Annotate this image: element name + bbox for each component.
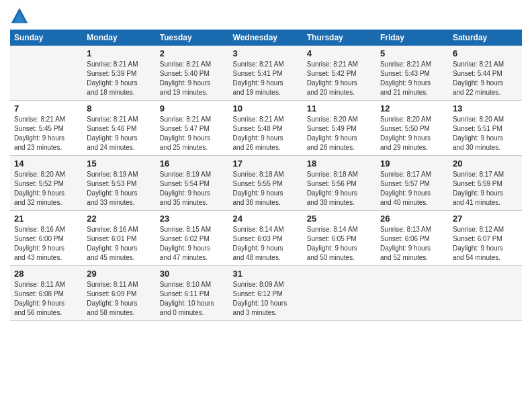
logo [10,7,32,26]
day-info: Sunrise: 8:21 AM Sunset: 5:48 PM Dayligh… [233,115,299,152]
calendar-cell: 16Sunrise: 8:19 AM Sunset: 5:54 PM Dayli… [156,156,229,211]
week-row-2: 7Sunrise: 8:21 AM Sunset: 5:45 PM Daylig… [10,101,522,156]
day-number: 15 [87,158,152,169]
calendar-cell: 22Sunrise: 8:16 AM Sunset: 6:01 PM Dayli… [83,211,156,266]
day-info: Sunrise: 8:21 AM Sunset: 5:40 PM Dayligh… [160,60,225,97]
calendar-header-row: SundayMondayTuesdayWednesdayThursdayFrid… [10,30,522,46]
day-info: Sunrise: 8:17 AM Sunset: 5:57 PM Dayligh… [380,170,445,208]
calendar-cell [376,266,449,321]
week-row-3: 14Sunrise: 8:20 AM Sunset: 5:52 PM Dayli… [10,156,522,211]
day-number: 16 [160,158,225,169]
day-header-tuesday: Tuesday [156,30,229,46]
day-info: Sunrise: 8:20 AM Sunset: 5:52 PM Dayligh… [14,170,79,208]
header [10,7,522,26]
calendar-cell: 13Sunrise: 8:20 AM Sunset: 5:51 PM Dayli… [449,101,522,156]
day-header-saturday: Saturday [449,30,522,46]
calendar-cell: 19Sunrise: 8:17 AM Sunset: 5:57 PM Dayli… [376,156,449,211]
day-info: Sunrise: 8:21 AM Sunset: 5:45 PM Dayligh… [14,115,79,152]
day-number: 11 [307,103,372,113]
day-header-monday: Monday [83,30,156,46]
day-number: 20 [453,158,518,169]
day-number: 27 [453,214,518,224]
day-number: 22 [87,214,152,224]
day-info: Sunrise: 8:19 AM Sunset: 5:53 PM Dayligh… [87,170,152,208]
day-info: Sunrise: 8:20 AM Sunset: 5:49 PM Dayligh… [307,115,372,152]
calendar-cell: 27Sunrise: 8:12 AM Sunset: 6:07 PM Dayli… [449,211,522,266]
day-info: Sunrise: 8:21 AM Sunset: 5:42 PM Dayligh… [307,60,372,97]
calendar-cell: 28Sunrise: 8:11 AM Sunset: 6:08 PM Dayli… [10,266,83,321]
day-number: 21 [14,214,79,224]
calendar-cell: 3Sunrise: 8:21 AM Sunset: 5:41 PM Daylig… [229,46,303,101]
day-info: Sunrise: 8:21 AM Sunset: 5:44 PM Dayligh… [453,60,518,97]
day-number: 25 [307,214,372,224]
calendar-cell: 11Sunrise: 8:20 AM Sunset: 5:49 PM Dayli… [303,101,376,156]
day-info: Sunrise: 8:21 AM Sunset: 5:39 PM Dayligh… [87,60,152,97]
week-row-4: 21Sunrise: 8:16 AM Sunset: 6:00 PM Dayli… [10,211,522,266]
day-info: Sunrise: 8:14 AM Sunset: 6:03 PM Dayligh… [233,225,299,263]
day-number: 6 [453,48,518,58]
day-info: Sunrise: 8:13 AM Sunset: 6:06 PM Dayligh… [380,225,445,263]
day-number: 4 [307,48,372,58]
day-info: Sunrise: 8:12 AM Sunset: 6:07 PM Dayligh… [453,225,518,263]
day-number: 5 [380,48,445,58]
day-info: Sunrise: 8:11 AM Sunset: 6:09 PM Dayligh… [87,280,152,318]
calendar-cell: 1Sunrise: 8:21 AM Sunset: 5:39 PM Daylig… [83,46,156,101]
day-info: Sunrise: 8:15 AM Sunset: 6:02 PM Dayligh… [160,225,225,263]
day-info: Sunrise: 8:18 AM Sunset: 5:56 PM Dayligh… [307,170,372,208]
day-number: 1 [87,48,152,58]
calendar-cell [303,266,376,321]
calendar-cell: 8Sunrise: 8:21 AM Sunset: 5:46 PM Daylig… [83,101,156,156]
calendar-cell: 26Sunrise: 8:13 AM Sunset: 6:06 PM Dayli… [376,211,449,266]
day-info: Sunrise: 8:10 AM Sunset: 6:11 PM Dayligh… [160,280,225,318]
calendar-cell: 7Sunrise: 8:21 AM Sunset: 5:45 PM Daylig… [10,101,83,156]
day-info: Sunrise: 8:21 AM Sunset: 5:41 PM Dayligh… [233,60,299,97]
calendar-cell: 20Sunrise: 8:17 AM Sunset: 5:59 PM Dayli… [449,156,522,211]
calendar-cell [449,266,522,321]
day-number: 14 [14,158,79,169]
day-number: 9 [160,103,225,113]
day-number: 2 [160,48,225,58]
day-info: Sunrise: 8:11 AM Sunset: 6:08 PM Dayligh… [14,280,79,318]
day-info: Sunrise: 8:16 AM Sunset: 6:00 PM Dayligh… [14,225,79,263]
calendar-cell: 4Sunrise: 8:21 AM Sunset: 5:42 PM Daylig… [303,46,376,101]
calendar-cell: 15Sunrise: 8:19 AM Sunset: 5:53 PM Dayli… [83,156,156,211]
calendar-cell: 21Sunrise: 8:16 AM Sunset: 6:00 PM Dayli… [10,211,83,266]
day-number: 31 [233,269,299,279]
week-row-1: 1Sunrise: 8:21 AM Sunset: 5:39 PM Daylig… [10,46,522,101]
day-header-sunday: Sunday [10,30,83,46]
day-number: 12 [380,103,445,113]
calendar-cell [10,46,83,101]
calendar-cell: 6Sunrise: 8:21 AM Sunset: 5:44 PM Daylig… [449,46,522,101]
day-number: 19 [380,158,445,169]
day-header-wednesday: Wednesday [229,30,303,46]
day-number: 26 [380,214,445,224]
page-container: SundayMondayTuesdayWednesdayThursdayFrid… [0,0,532,328]
day-number: 13 [453,103,518,113]
calendar-cell: 5Sunrise: 8:21 AM Sunset: 5:43 PM Daylig… [376,46,449,101]
day-header-thursday: Thursday [303,30,376,46]
day-info: Sunrise: 8:18 AM Sunset: 5:55 PM Dayligh… [233,170,299,208]
calendar-table: SundayMondayTuesdayWednesdayThursdayFrid… [10,30,522,321]
calendar-cell: 9Sunrise: 8:21 AM Sunset: 5:47 PM Daylig… [156,101,229,156]
calendar-cell: 2Sunrise: 8:21 AM Sunset: 5:40 PM Daylig… [156,46,229,101]
day-number: 23 [160,214,225,224]
calendar-cell: 29Sunrise: 8:11 AM Sunset: 6:09 PM Dayli… [83,266,156,321]
day-number: 8 [87,103,152,113]
day-info: Sunrise: 8:21 AM Sunset: 5:43 PM Dayligh… [380,60,445,97]
day-number: 28 [14,269,79,279]
calendar-cell: 30Sunrise: 8:10 AM Sunset: 6:11 PM Dayli… [156,266,229,321]
day-info: Sunrise: 8:21 AM Sunset: 5:47 PM Dayligh… [160,115,225,152]
day-info: Sunrise: 8:20 AM Sunset: 5:51 PM Dayligh… [453,115,518,152]
day-number: 17 [233,158,299,169]
day-info: Sunrise: 8:21 AM Sunset: 5:46 PM Dayligh… [87,115,152,152]
calendar-cell: 10Sunrise: 8:21 AM Sunset: 5:48 PM Dayli… [229,101,303,156]
calendar-cell: 23Sunrise: 8:15 AM Sunset: 6:02 PM Dayli… [156,211,229,266]
day-info: Sunrise: 8:19 AM Sunset: 5:54 PM Dayligh… [160,170,225,208]
calendar-cell: 24Sunrise: 8:14 AM Sunset: 6:03 PM Dayli… [229,211,303,266]
day-number: 7 [14,103,79,113]
logo-icon [10,7,29,26]
day-number: 18 [307,158,372,169]
week-row-5: 28Sunrise: 8:11 AM Sunset: 6:08 PM Dayli… [10,266,522,321]
calendar-cell: 25Sunrise: 8:14 AM Sunset: 6:05 PM Dayli… [303,211,376,266]
day-number: 30 [160,269,225,279]
